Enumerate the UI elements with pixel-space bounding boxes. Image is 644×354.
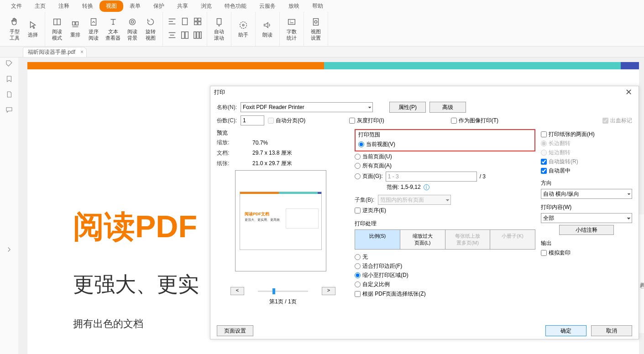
wordcount-icon [287, 17, 297, 27]
preview-panel: 预览 缩放:70.7% 文档:29.7 x 13.8 厘米 纸张:21.0 x … [217, 129, 349, 306]
hand-tool-button[interactable]: 手型工具 [5, 15, 24, 44]
doc-size-label: 文档: [217, 149, 249, 157]
speaker-icon [262, 20, 272, 30]
scale-shrink-radio[interactable]: 缩小至打印区域(D) [355, 271, 535, 279]
advanced-button[interactable]: 高级 [429, 102, 466, 113]
bookmark-icon[interactable] [5, 75, 13, 83]
svg-rect-20 [288, 20, 295, 25]
tag-icon[interactable] [5, 59, 13, 68]
rearrange-button[interactable]: 重排 [66, 15, 84, 44]
ok-button[interactable]: 确定 [545, 325, 586, 336]
select-button[interactable]: 选择 [24, 15, 42, 44]
close-icon[interactable]: ✕ [623, 87, 635, 97]
paper-size-value: 21.0 x 29.7 厘米 [252, 160, 292, 167]
range-label: 打印范围 [358, 131, 532, 139]
bleed-marks-checkbox[interactable]: 出血标记 [602, 117, 632, 125]
orientation-select[interactable]: 自动 横向/纵向 [541, 189, 632, 199]
range-all-radio[interactable]: 所有页面(A) [355, 162, 535, 170]
grayscale-checkbox[interactable]: 灰度打印(I) [349, 117, 384, 125]
view-settings-button[interactable]: 视图设置 [307, 15, 325, 44]
reverse-order-checkbox[interactable]: 逆页序(E) [355, 207, 535, 214]
range-pages-input[interactable] [386, 172, 477, 182]
prev-page-button[interactable]: < [230, 287, 244, 295]
printer-name-select[interactable]: Foxit PDF Reader Printer [241, 102, 373, 112]
read-aloud-button[interactable]: 朗读 [258, 15, 277, 44]
menu-item-3[interactable]: 转换 [76, 0, 99, 12]
menu-item-6[interactable]: 保护 [147, 0, 171, 12]
side-toolbar [0, 57, 18, 354]
range-current-view-radio[interactable]: 当前视图(V) [358, 141, 395, 148]
menu-item-12[interactable]: 帮助 [306, 0, 330, 12]
page-slider[interactable] [258, 291, 308, 292]
svg-rect-14 [194, 31, 196, 38]
menu-item-7[interactable]: 共享 [171, 0, 194, 12]
properties-button[interactable]: 属性(P) [389, 102, 426, 113]
tabbar: 福昕阅读器手册.pdf × [0, 47, 644, 57]
handling-scale-tab[interactable]: 比例(S) [355, 230, 400, 249]
menu-item-2[interactable]: 注释 [52, 0, 76, 12]
both-sides-checkbox[interactable]: 打印纸张的两面(H) [541, 130, 632, 138]
menu-item-8[interactable]: 浏览 [194, 0, 218, 12]
grid-3-button[interactable] [191, 16, 204, 29]
menu-item-1[interactable]: 主页 [28, 0, 52, 12]
range-pages-radio[interactable]: 页面(G): [355, 172, 383, 180]
expand-icon[interactable] [5, 245, 13, 254]
info-icon[interactable]: i [424, 184, 429, 190]
document-tab[interactable]: 福昕阅读器手册.pdf × [23, 47, 87, 57]
svg-rect-7 [183, 18, 188, 25]
auto-paginate-checkbox[interactable]: 自动分页(O) [268, 117, 305, 125]
handling-fit-tab[interactable]: 缩放过大页面(L) [400, 230, 445, 249]
scale-none-radio[interactable]: 无 [355, 253, 535, 261]
auto-scroll-button[interactable]: 自动滚动 [210, 15, 228, 44]
next-page-button[interactable]: > [322, 287, 335, 295]
simulate-overprint-checkbox[interactable]: 模拟套印 [541, 249, 632, 257]
rotate-view-button[interactable]: 旋转视图 [141, 15, 160, 44]
scale-fit-margins-radio[interactable]: 适合打印边距(F) [355, 262, 535, 270]
grid4-icon [193, 30, 203, 40]
menu-item-10[interactable]: 云服务 [253, 0, 282, 12]
range-current-page-radio[interactable]: 当前页面(U) [355, 153, 535, 161]
handling-label: 打印处理 [355, 220, 535, 228]
print-as-image-checkbox[interactable]: 作为图像打印(T) [451, 117, 498, 125]
close-icon[interactable]: × [80, 49, 84, 55]
menu-item-9[interactable]: 特色功能 [218, 0, 253, 12]
range-total-label: / 3 [480, 173, 486, 180]
svg-point-5 [130, 19, 136, 25]
print-dialog: 打印 ✕ 名称(N): Foxit PDF Reader Printer 属性(… [210, 86, 639, 339]
read-mode-button[interactable]: 阅读模式 [48, 15, 66, 44]
subset-label: 子集(B): [355, 196, 374, 204]
assistant-button[interactable]: 助手 [234, 15, 252, 44]
align-center-button[interactable] [166, 30, 178, 42]
copies-input[interactable] [241, 115, 264, 125]
comment-icon[interactable] [5, 106, 13, 114]
menu-item-0[interactable]: 文件 [5, 0, 28, 12]
align-left-button[interactable] [166, 16, 178, 29]
choose-paper-checkbox[interactable]: 根据 PDF页面选择纸张(Z) [355, 290, 535, 298]
svg-rect-8 [182, 31, 184, 38]
menu-item-5[interactable]: 表单 [123, 0, 147, 12]
menu-item-11[interactable]: 放映 [282, 0, 306, 12]
content-select[interactable]: 全部 [541, 213, 632, 223]
page-icon[interactable] [5, 90, 13, 99]
ribbon: 手型工具 选择 阅读模式 重排 逆序阅读 文本查看器 阅读背景 旋转视图 自动滚… [0, 12, 644, 47]
scale-custom-radio[interactable]: 自定义比例 [355, 281, 535, 288]
grid2-icon [180, 30, 190, 40]
summary-comments-button[interactable]: 小结注释 [559, 225, 614, 235]
align-center-icon [167, 30, 177, 40]
cancel-button[interactable]: 取消 [591, 325, 632, 336]
menu-item-4[interactable]: 视图 [99, 0, 123, 12]
read-bg-button[interactable]: 阅读背景 [123, 15, 141, 44]
print-range-highlight: 打印范围 当前视图(V) [355, 129, 535, 151]
preview-label: 预览 [217, 129, 349, 137]
text-viewer-button[interactable]: 文本查看器 [103, 15, 123, 44]
grid-4-button[interactable] [191, 30, 204, 42]
grid-1-button[interactable] [178, 16, 191, 29]
grid-2-button[interactable] [178, 30, 191, 42]
reverse-read-button[interactable]: 逆序阅读 [84, 15, 103, 44]
word-count-button[interactable]: 字数统计 [283, 15, 301, 44]
auto-rotate-checkbox[interactable]: 自动旋转(R) [541, 158, 632, 166]
page-setup-button[interactable]: 页面设置 [217, 325, 253, 336]
svg-rect-12 [194, 21, 197, 24]
svg-point-6 [131, 21, 134, 24]
auto-center-checkbox[interactable]: 自动居中 [541, 167, 632, 175]
